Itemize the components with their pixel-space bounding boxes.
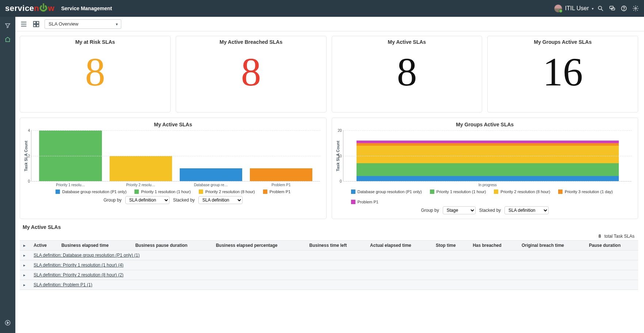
- stacked-bar-chart[interactable]: In progress 01020: [343, 130, 632, 181]
- user-name: ITIL User: [565, 5, 589, 12]
- legend-item[interactable]: Priority 1 resolution (1 hour): [430, 190, 486, 194]
- chart-title: My Groups Active SLAs: [336, 122, 635, 127]
- sla-table: ▸ActiveBusiness elapsed timeBusiness pau…: [20, 240, 638, 290]
- legend-item[interactable]: Problem P1: [351, 200, 378, 204]
- header-actions: [597, 5, 639, 12]
- chart-legend: Database group resolution (P1 only)Prior…: [338, 190, 632, 204]
- chart-groups-active-slas: My Groups Active SLAs Task SLA Count In …: [332, 118, 639, 219]
- legend-item[interactable]: Priority 2 resolution (8 hour): [199, 190, 255, 194]
- chart-controls: Group by Stage Stacked by SLA definition: [336, 206, 635, 214]
- group-row[interactable]: ▸ SLA definition: Problem P1 (1): [20, 280, 638, 290]
- stackedby-select[interactable]: SLA definition: [504, 206, 549, 214]
- summary-card[interactable]: My Groups Active SLAs 16: [487, 36, 638, 112]
- col-header[interactable]: Has breached: [469, 241, 518, 250]
- legend-item[interactable]: Problem P1: [263, 190, 290, 194]
- summary-card[interactable]: My at Risk SLAs 8: [20, 36, 171, 112]
- x-axis-label: In progress: [343, 183, 632, 187]
- table-count-label: total Task SLAs: [605, 234, 635, 239]
- svg-rect-14: [34, 24, 36, 26]
- col-header[interactable]: Stop time: [432, 241, 469, 250]
- group-row[interactable]: ▸ SLA definition: Database group resolut…: [20, 250, 638, 260]
- list-icon[interactable]: [20, 20, 28, 28]
- stack-segment[interactable]: [357, 163, 619, 176]
- groupby-select[interactable]: SLA definition: [125, 196, 169, 204]
- col-header[interactable]: Business time left: [306, 241, 366, 250]
- table-body: ▸ SLA definition: Database group resolut…: [20, 250, 638, 290]
- play-icon[interactable]: [3, 318, 13, 328]
- svg-line-1: [601, 9, 603, 11]
- chart-title: My Active SLAs: [24, 122, 323, 127]
- bar-chart[interactable]: Priority 1 resolu… Priority 2 resolu… Da…: [31, 130, 320, 181]
- svg-point-5: [624, 9, 624, 10]
- table-header-row: ▸ActiveBusiness elapsed timeBusiness pau…: [20, 241, 638, 250]
- app-header: servicen⏻w Service Management ITIL User …: [0, 0, 644, 17]
- home-icon[interactable]: [3, 34, 13, 45]
- col-header[interactable]: Business elapsed percentage: [212, 241, 306, 250]
- grid-icon[interactable]: [32, 20, 40, 28]
- chat-icon[interactable]: [609, 5, 616, 12]
- table-count: 8: [598, 234, 601, 239]
- col-header[interactable]: Business pause duration: [132, 241, 212, 250]
- summary-card[interactable]: My Active Breached SLAs 8: [176, 36, 327, 112]
- gear-icon[interactable]: [632, 5, 639, 12]
- legend-item[interactable]: Database group resolution (P1 only): [351, 190, 422, 194]
- bar[interactable]: [110, 156, 172, 181]
- nav-rail: [0, 17, 15, 333]
- bar-category-label: Priority 1 resolu…: [56, 183, 85, 187]
- col-header[interactable]: Active: [30, 241, 58, 250]
- group-link[interactable]: SLA definition: Problem P1 (1): [34, 282, 92, 287]
- chevron-right-icon[interactable]: ▸: [23, 283, 26, 287]
- col-header[interactable]: Actual elapsed time: [366, 241, 432, 250]
- chevron-right-icon[interactable]: ▸: [23, 263, 26, 267]
- group-row[interactable]: ▸ SLA definition: Priority 1 resolution …: [20, 260, 638, 270]
- search-icon[interactable]: [597, 5, 604, 12]
- chevron-right-icon[interactable]: ▸: [23, 273, 26, 277]
- bar[interactable]: [250, 168, 312, 181]
- expand-all-icon[interactable]: ▸: [23, 243, 26, 248]
- table-title: My Active SLAs: [23, 224, 638, 230]
- svg-rect-13: [37, 21, 39, 23]
- bar-category-label: Problem P1: [271, 183, 290, 187]
- col-header[interactable]: Original breach time: [518, 241, 585, 250]
- groupby-select[interactable]: Stage: [443, 206, 476, 214]
- legend-item[interactable]: Priority 3 resolution (1 day): [558, 190, 613, 194]
- stack-segment[interactable]: [357, 141, 619, 143]
- group-row[interactable]: ▸ SLA definition: Priority 2 resolution …: [20, 270, 638, 280]
- stack-segment[interactable]: [357, 143, 619, 146]
- chart-controls: Group by SLA definition Stacked by SLA d…: [24, 196, 323, 204]
- chart-my-active-slas: My Active SLAs Task SLA Count Priority 1…: [20, 118, 327, 219]
- chevron-down-icon: ▾: [592, 7, 594, 11]
- dashboard-select[interactable]: SLA Overview: [45, 19, 121, 29]
- bar-category-label: Priority 2 resolu…: [126, 183, 155, 187]
- stackedby-label: Stacked by: [173, 198, 195, 203]
- help-icon[interactable]: [621, 5, 627, 12]
- card-value: 8: [85, 48, 105, 96]
- legend-item[interactable]: Priority 1 resolution (1 hour): [134, 190, 191, 194]
- group-link[interactable]: SLA definition: Priority 2 resolution (8…: [34, 272, 123, 278]
- filter-icon[interactable]: [3, 20, 13, 31]
- bar-category-label: Database group re…: [194, 183, 228, 187]
- svg-rect-15: [37, 24, 39, 26]
- stack-segment[interactable]: [357, 176, 619, 181]
- chevron-right-icon[interactable]: ▸: [23, 253, 26, 257]
- svg-point-0: [598, 6, 602, 9]
- avatar: [554, 4, 562, 12]
- summary-card[interactable]: My Active SLAs 8: [332, 36, 483, 112]
- group-link[interactable]: SLA definition: Database group resolutio…: [34, 253, 140, 258]
- user-menu[interactable]: ITIL User ▾: [554, 4, 594, 12]
- dashboard-selector[interactable]: SLA Overview: [45, 19, 121, 29]
- bar[interactable]: [180, 168, 242, 181]
- group-link[interactable]: SLA definition: Priority 1 resolution (1…: [34, 263, 123, 268]
- legend-item[interactable]: Priority 2 resolution (8 hour): [494, 190, 550, 194]
- legend-item[interactable]: Database group resolution (P1 only): [56, 190, 126, 194]
- svg-marker-8: [7, 322, 9, 324]
- stack-segment[interactable]: [357, 146, 619, 164]
- col-header[interactable]: Business elapsed time: [58, 241, 132, 250]
- brand-logo[interactable]: servicen⏻w: [5, 4, 54, 13]
- svg-point-6: [635, 8, 637, 9]
- card-title: My Active SLAs: [388, 39, 426, 45]
- col-header[interactable]: Pause duration: [585, 241, 638, 250]
- chart-legend: Database group resolution (P1 only)Prior…: [26, 190, 320, 194]
- stackedby-select[interactable]: SLA definition: [198, 196, 243, 204]
- groupby-label: Group by: [103, 198, 121, 203]
